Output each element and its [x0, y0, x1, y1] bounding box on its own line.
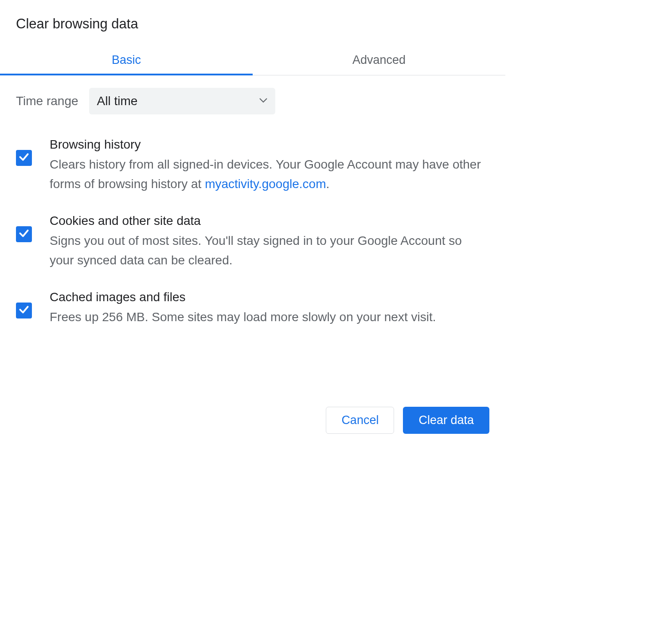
option-text: Cached images and files Frees up 256 MB.… — [50, 288, 489, 327]
dialog-title: Clear browsing data — [16, 16, 489, 32]
option-browsing-history: Browsing history Clears history from all… — [16, 136, 489, 193]
content-basic: Time range All time Browsing history Cle… — [16, 75, 489, 327]
option-cookies: Cookies and other site data Signs you ou… — [16, 212, 489, 270]
checkbox-browsing-history[interactable] — [16, 150, 32, 166]
check-icon — [18, 151, 30, 165]
options-list: Browsing history Clears history from all… — [16, 136, 489, 327]
option-desc: Clears history from all signed-in device… — [50, 155, 489, 193]
option-title: Browsing history — [50, 136, 489, 153]
time-range-row: Time range All time — [16, 88, 489, 114]
option-desc: Frees up 256 MB. Some sites may load mor… — [50, 307, 489, 326]
tabs: Basic Advanced — [0, 45, 505, 75]
time-range-select[interactable]: All time — [89, 88, 275, 114]
option-title: Cookies and other site data — [50, 212, 489, 229]
option-desc: Signs you out of most sites. You'll stay… — [50, 231, 489, 270]
myactivity-link[interactable]: myactivity.google.com — [205, 177, 326, 191]
option-cached: Cached images and files Frees up 256 MB.… — [16, 288, 489, 327]
option-title: Cached images and files — [50, 288, 489, 306]
option-desc-post: . — [326, 177, 329, 191]
tab-basic[interactable]: Basic — [0, 45, 253, 75]
tab-advanced[interactable]: Advanced — [253, 45, 505, 75]
option-text: Cookies and other site data Signs you ou… — [50, 212, 489, 270]
clear-data-button[interactable]: Clear data — [403, 407, 489, 434]
check-icon — [18, 304, 30, 317]
checkbox-cached[interactable] — [16, 303, 32, 318]
time-range-value: All time — [97, 94, 138, 108]
checkbox-cookies[interactable] — [16, 226, 32, 242]
time-range-label: Time range — [16, 94, 78, 108]
cancel-button[interactable]: Cancel — [326, 407, 394, 434]
option-text: Browsing history Clears history from all… — [50, 136, 489, 193]
dialog-footer: Cancel Clear data — [16, 407, 489, 434]
chevron-down-icon — [259, 97, 267, 105]
check-icon — [18, 228, 30, 241]
